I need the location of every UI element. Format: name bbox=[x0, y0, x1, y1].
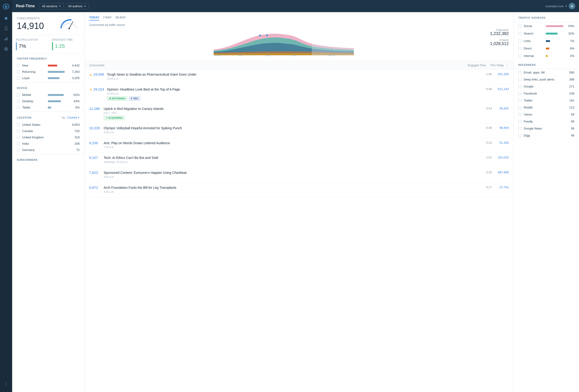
loyal-checkbox[interactable] bbox=[17, 76, 20, 79]
realtime-nav-icon[interactable] bbox=[2, 14, 10, 22]
tab-7day[interactable]: 7-DAY bbox=[103, 16, 112, 20]
canada-checkbox[interactable] bbox=[17, 130, 20, 132]
gauge-chart bbox=[59, 17, 80, 31]
google-checkbox[interactable] bbox=[518, 85, 521, 88]
table-row[interactable]: 11,280 Uptick in Bird Migration to Canar… bbox=[84, 104, 513, 123]
search-label: Search bbox=[524, 32, 544, 35]
table-row[interactable]: ▲29,098 Tough News to Swallow as Pharmac… bbox=[84, 69, 513, 84]
traffic-sources-title: TRAFFIC SOURCES bbox=[518, 16, 546, 19]
feedly-checkbox[interactable] bbox=[518, 120, 521, 123]
article-meta: 3:25 p.m. bbox=[104, 191, 481, 193]
googlenews-checkbox[interactable] bbox=[518, 127, 521, 130]
sidebar-logo bbox=[2, 3, 10, 10]
internal-checkbox[interactable] bbox=[518, 54, 521, 57]
article-body: Tough News to Swallow as Pharmaceutical … bbox=[107, 72, 481, 81]
india-checkbox[interactable] bbox=[17, 142, 20, 145]
deeplinks-count: 398 bbox=[566, 78, 574, 81]
table-row[interactable]: 9,236 Arts: Play on Words Draws Lettered… bbox=[84, 138, 513, 153]
article-meta: 9:55 a.m. bbox=[104, 176, 481, 178]
table-row[interactable]: ▲29,224 Opinion: Headlines Look Best at … bbox=[84, 84, 513, 104]
search-pct: 32% bbox=[567, 32, 574, 35]
us-checkbox[interactable] bbox=[17, 123, 20, 126]
concurrents-col-header: Concurrents bbox=[89, 64, 104, 67]
recirculation-label: Recirculation bbox=[16, 38, 44, 41]
tablet-checkbox[interactable] bbox=[17, 106, 20, 109]
list-item: United States 9,653 bbox=[12, 122, 84, 128]
table-row[interactable]: 10,335 Olympic Volleyball Hopeful Arrest… bbox=[84, 123, 513, 138]
list-item: Germany 72 bbox=[12, 147, 84, 153]
article-title: Tough News to Swallow as Pharmaceutical … bbox=[107, 72, 481, 77]
yahoo-checkbox[interactable] bbox=[518, 113, 521, 116]
article-title: Opinion: Headlines Look Best at the Top … bbox=[107, 87, 481, 92]
list-item: Desktop 43% bbox=[12, 98, 84, 104]
target-nav-icon[interactable] bbox=[2, 45, 10, 53]
country-label: Country bbox=[67, 116, 77, 119]
search-checkbox[interactable] bbox=[518, 32, 521, 35]
stats-row: Recirculation 7% Engaged Time 1:25 bbox=[12, 35, 84, 54]
deeplinks-checkbox[interactable] bbox=[518, 78, 521, 81]
desktop-checkbox[interactable] bbox=[17, 100, 20, 103]
pageviews-value: 1,232,382 bbox=[483, 31, 509, 36]
table-row[interactable]: 6,872 Arch Foundation Foots the Bill for… bbox=[84, 183, 513, 198]
svg-point-11 bbox=[259, 35, 261, 36]
digg-checkbox[interactable] bbox=[518, 134, 521, 137]
svg-rect-1 bbox=[5, 38, 6, 40]
articles-list: ▲29,098 Tough News to Swallow as Pharmac… bbox=[84, 69, 513, 198]
reddit-checkbox[interactable] bbox=[518, 106, 521, 109]
content-area: Concurrents 14,910 Recirculation bbox=[12, 12, 579, 392]
article-concurrents: 9,236 bbox=[89, 141, 101, 145]
table-row[interactable]: 7,622 Sponsored Content: Everyone's Happ… bbox=[84, 168, 513, 183]
referrer-row: Twitter 191 bbox=[514, 97, 579, 104]
visitor-frequency-list: New 4,442 Returning 7,263 Loyal 3,205 bbox=[12, 62, 84, 81]
sections-dropdown[interactable]: All sections ▼ bbox=[39, 3, 64, 9]
subscribers-title: SUBSCRIBERS bbox=[17, 158, 38, 161]
svg-point-6 bbox=[6, 383, 6, 383]
bookmark-nav-icon[interactable] bbox=[2, 24, 10, 33]
country-dropdown[interactable]: Country ▼ bbox=[67, 116, 80, 119]
article-title: Tech: AI Ethics Can't Be Bot and Sold bbox=[104, 156, 481, 160]
article-title: Sponsored Content: Everyone's Happier Us… bbox=[104, 171, 481, 175]
concurrents-section: Concurrents 14,910 bbox=[12, 12, 84, 35]
us-count: 9,653 bbox=[71, 123, 80, 127]
germany-checkbox[interactable] bbox=[17, 148, 20, 151]
table-row[interactable]: 9,107 Tech: AI Ethics Can't Be Bot and S… bbox=[84, 153, 513, 168]
social-checkbox[interactable] bbox=[518, 24, 521, 28]
referrer-row: Deep links, push alerts 398 bbox=[514, 76, 579, 83]
sections-label: All sections bbox=[42, 4, 58, 8]
social-pct: 53% bbox=[567, 24, 574, 28]
authors-dropdown[interactable]: All authors ▼ bbox=[66, 3, 89, 9]
new-checkbox[interactable] bbox=[17, 64, 20, 67]
article-badges: ♻ RETAINING f 40% bbox=[107, 96, 481, 101]
twitter-checkbox[interactable] bbox=[518, 99, 521, 102]
chart-area: Fri 4th 6am 12pm 6pm Sat 5th bbox=[89, 28, 478, 57]
internal-label: Internal bbox=[524, 54, 544, 58]
svg-point-10 bbox=[69, 28, 70, 29]
mobile-checkbox[interactable] bbox=[17, 93, 20, 96]
google-label: Google bbox=[524, 85, 566, 88]
article-meta: 4:40 p.m. bbox=[104, 131, 481, 134]
chart-nav-icon[interactable] bbox=[2, 35, 10, 43]
acquiring-badge: ↗ ACQUIRING bbox=[104, 116, 125, 120]
new-count: 4,442 bbox=[71, 64, 80, 67]
direct-checkbox[interactable] bbox=[518, 47, 521, 50]
links-checkbox[interactable] bbox=[518, 39, 521, 43]
new-bar bbox=[48, 65, 57, 66]
account-menu[interactable]: example.com ▼ G bbox=[546, 3, 575, 9]
india-label: India bbox=[22, 142, 69, 145]
links-label: Links bbox=[524, 39, 544, 43]
uk-checkbox[interactable] bbox=[17, 136, 20, 139]
tab-today[interactable]: TODAY bbox=[89, 16, 99, 20]
links-bar bbox=[546, 40, 550, 42]
more-options-icon[interactable]: ⋮ bbox=[506, 64, 509, 67]
svg-text:6am: 6am bbox=[238, 54, 243, 57]
facebook-checkbox[interactable] bbox=[518, 92, 521, 95]
traffic-chart: Fri 4th 6am 12pm 6pm Sat 5th bbox=[89, 28, 478, 57]
email-checkbox[interactable] bbox=[518, 71, 521, 74]
chart-label: Concurrents by traffic source bbox=[89, 23, 509, 27]
referrer-row: Google 271 bbox=[514, 83, 579, 90]
tab-30day[interactable]: 30-DAY bbox=[116, 16, 126, 20]
search-bar bbox=[546, 33, 558, 35]
more-nav-icon[interactable] bbox=[2, 380, 10, 388]
returning-checkbox[interactable] bbox=[17, 70, 20, 73]
uniques-value: 1,028,512 bbox=[483, 41, 509, 46]
